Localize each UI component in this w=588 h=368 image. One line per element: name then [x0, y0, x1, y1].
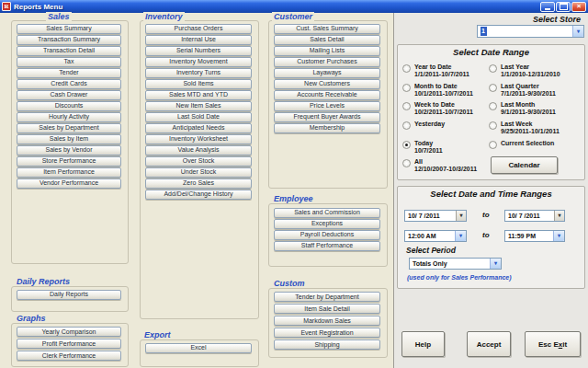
report-button[interactable]: Markdown Sales [274, 316, 380, 326]
report-button[interactable]: Sales by Item [17, 134, 121, 144]
report-button[interactable]: Mailing Lists [274, 46, 380, 56]
store-combobox[interactable]: 1 ▾ [477, 25, 584, 38]
option-dates: 12/10/2007-10/3/2011 [414, 166, 477, 173]
report-button[interactable]: Tax [17, 57, 121, 67]
report-button[interactable]: Tender [17, 68, 121, 78]
report-button[interactable]: Under Stock [145, 167, 252, 178]
report-button[interactable]: Price Levels [274, 101, 380, 111]
report-button[interactable]: Over Stock [145, 156, 252, 167]
maximize-button[interactable] [556, 2, 571, 12]
date-range-option[interactable]: Last Year 1/1/2010-12/31/2010 [489, 63, 583, 83]
option-dates: 1/1/2011-10/7/2011 [414, 71, 469, 78]
accept-button[interactable]: Accept [467, 331, 511, 357]
report-button[interactable]: Item Performance [17, 167, 121, 178]
report-button[interactable]: Clerk Performance [17, 351, 121, 361]
option-dates: 10/7/2011 [414, 147, 443, 155]
to-time-combobox[interactable]: 11:59 PM ▾ [504, 230, 565, 242]
calendar-button[interactable]: Calendar [491, 156, 558, 174]
date-range-option[interactable]: Today 10/7/2011 [402, 140, 488, 159]
report-button[interactable]: Sold Items [145, 79, 252, 89]
chevron-down-icon[interactable]: ▾ [455, 231, 466, 241]
report-button[interactable]: Sales MTD and YTD [145, 90, 252, 100]
report-button[interactable]: Item Sale Detail [274, 304, 380, 314]
option-label: Month to Date [414, 83, 473, 90]
minimize-button[interactable] [540, 2, 555, 12]
report-button[interactable]: Inventory Worksheet [145, 134, 252, 144]
date-range-option[interactable]: Yesterday [402, 121, 488, 140]
report-button[interactable]: Inventory Movement [145, 57, 252, 67]
report-button[interactable]: Cust. Sales Summary [274, 24, 380, 34]
daily-reports-button-list: Daily Reports [17, 290, 121, 301]
report-button[interactable]: Accounts Receivable [274, 90, 380, 100]
window-title: Reports Menu [14, 3, 62, 11]
option-dates: 9/25/2011-10/1/2011 [501, 128, 560, 135]
report-button[interactable]: Excel [145, 343, 252, 353]
report-button[interactable]: Internal Use [145, 35, 252, 45]
report-button[interactable]: Sales Summary [17, 24, 121, 34]
chevron-down-icon[interactable]: ▾ [553, 231, 564, 241]
settings-panel: Select Store 1 ▾ Select Date Range Year … [393, 13, 588, 368]
report-button[interactable]: Event Registration [274, 328, 380, 338]
to-date-picker[interactable]: 10/ 7 /2011 ▾ [504, 210, 565, 222]
report-button[interactable]: Exceptions [274, 219, 380, 229]
date-range-option[interactable]: Month to Date 10/1/2011-10/7/2011 [402, 83, 488, 102]
report-button[interactable]: Vendor Performance [17, 178, 121, 189]
report-button[interactable]: Purchase Orders [145, 24, 252, 34]
option-label: Last Month [501, 101, 556, 109]
report-button[interactable]: Serial Numbers [145, 46, 252, 56]
report-button[interactable]: Sales by Department [17, 123, 121, 133]
report-button[interactable]: Profit Performance [17, 339, 121, 349]
report-button[interactable]: Sales by Vendor [17, 145, 121, 155]
radio-icon [402, 121, 411, 130]
report-button[interactable]: Shipping [274, 339, 380, 350]
report-button[interactable]: Membership [274, 123, 380, 133]
report-button[interactable]: Frequent Buyer Awards [274, 112, 380, 122]
date-range-option[interactable]: All 12/10/2007-10/3/2011 [402, 158, 488, 178]
datetime-group-box: Select Date and Time Ranges 10/ 7 /2011 … [397, 186, 585, 289]
report-button[interactable]: Cash Drawer [17, 90, 121, 100]
close-button[interactable]: × [571, 2, 586, 12]
report-button[interactable]: Anticipated Needs [145, 123, 252, 133]
customer-group-title: Customer [272, 12, 314, 21]
report-button[interactable]: Credit Cards [17, 79, 121, 89]
report-button[interactable]: Layaways [274, 68, 380, 78]
report-button[interactable]: Payroll Deductions [274, 230, 380, 240]
date-range-option[interactable]: Last Month 9/1/2011-9/30/2011 [489, 101, 583, 121]
report-button[interactable]: Daily Reports [17, 290, 121, 300]
date-range-option[interactable]: Year to Date 1/1/2011-10/7/2011 [402, 63, 488, 83]
report-button[interactable]: Store Performance [17, 156, 121, 167]
chevron-down-icon[interactable]: ▾ [490, 259, 501, 269]
option-dates: 10/1/2011-10/7/2011 [414, 90, 473, 98]
report-button[interactable]: Customer Purchases [274, 57, 380, 67]
from-time-combobox[interactable]: 12:00 AM ▾ [404, 230, 467, 242]
report-button[interactable]: Sales and Commission [274, 208, 380, 218]
report-button[interactable]: Discounts [17, 101, 121, 111]
report-button[interactable]: Add/Del/Change History [145, 190, 252, 200]
chevron-down-icon[interactable]: ▾ [572, 26, 583, 37]
report-button[interactable]: New Customers [274, 79, 380, 89]
report-button[interactable]: Value Analysis [145, 145, 252, 155]
date-range-option[interactable]: Last Week 9/25/2011-10/1/2011 [489, 121, 583, 140]
chevron-down-icon[interactable]: ▾ [456, 211, 466, 221]
date-range-option[interactable]: Week to Date 10/2/2011-10/7/2011 [402, 101, 488, 121]
exit-button[interactable]: Esc Exit [525, 331, 581, 357]
report-button[interactable]: Last Sold Date [145, 112, 252, 122]
report-button[interactable]: Hourly Activity [17, 112, 121, 122]
report-button[interactable]: Zero Sales [145, 178, 252, 189]
help-button[interactable]: Help [401, 331, 445, 357]
report-button[interactable]: Yearly Comparison [17, 327, 121, 337]
chevron-down-icon[interactable]: ▾ [554, 211, 564, 221]
date-range-option[interactable]: Last Quarter 7/1/2011-9/30/2011 [489, 83, 583, 102]
period-combobox[interactable]: Totals Only ▾ [409, 258, 502, 270]
inventory-group-title: Inventory [143, 12, 185, 21]
sales-group-title: Sales [46, 12, 72, 21]
report-button[interactable]: Transaction Summary [17, 35, 121, 45]
report-button[interactable]: Inventory Turns [145, 68, 252, 78]
from-date-picker[interactable]: 10/ 7 /2011 ▾ [404, 210, 467, 222]
report-button[interactable]: Sales Detail [274, 35, 380, 45]
radio-icon [402, 159, 411, 167]
report-button[interactable]: Transaction Detail [17, 46, 121, 56]
report-button[interactable]: Tender by Department [274, 292, 380, 302]
report-button[interactable]: New Item Sales [145, 101, 252, 111]
report-button[interactable]: Staff Performance [274, 241, 380, 251]
